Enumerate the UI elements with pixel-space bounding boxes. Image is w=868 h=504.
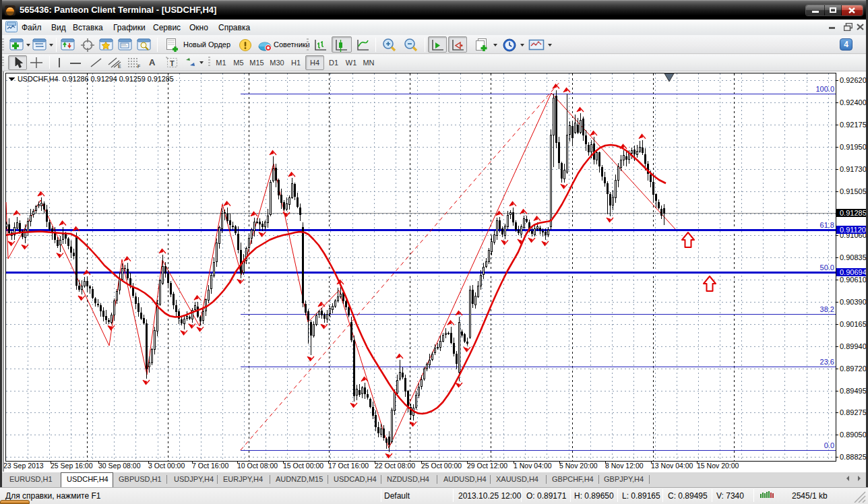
svg-text:25 Sep 16:00: 25 Sep 16:00 [51, 462, 93, 470]
svg-text:5 Nov 20:00: 5 Nov 20:00 [559, 462, 598, 470]
svg-text:0.90694: 0.90694 [840, 268, 867, 276]
svg-text:0.89495: 0.89495 [840, 387, 867, 395]
svg-text:38.2: 38.2 [820, 305, 834, 313]
svg-text:0.91730: 0.91730 [840, 165, 867, 173]
svg-text:25 Oct 00:00: 25 Oct 00:00 [421, 462, 462, 470]
svg-text:0.92400: 0.92400 [840, 98, 867, 106]
svg-text:13 Nov 04:00: 13 Nov 04:00 [651, 462, 693, 470]
svg-text:23 Sep 2013: 23 Sep 2013 [3, 462, 44, 470]
svg-text:0.89720: 0.89720 [840, 365, 867, 373]
svg-text:1 Nov 04:00: 1 Nov 04:00 [514, 462, 552, 470]
svg-text:23.6: 23.6 [820, 358, 834, 366]
svg-text:15 Oct 00:00: 15 Oct 00:00 [283, 462, 323, 470]
svg-text:10 Oct 08:00: 10 Oct 08:00 [237, 462, 278, 470]
svg-text:F: F [137, 64, 140, 69]
svg-text:100.0: 100.0 [815, 85, 834, 93]
svg-text:0.91505: 0.91505 [840, 187, 867, 195]
svg-text:29 Oct 12:00: 29 Oct 12:00 [467, 462, 507, 470]
svg-text:15 Nov 20:00: 15 Nov 20:00 [697, 462, 739, 470]
svg-text:0.91950: 0.91950 [840, 143, 867, 151]
svg-text:0.92620: 0.92620 [840, 76, 867, 84]
svg-text:0.90390: 0.90390 [840, 298, 867, 306]
svg-text:50.0: 50.0 [820, 263, 834, 272]
svg-text:0.88825: 0.88825 [840, 453, 867, 461]
svg-text:T: T [170, 59, 175, 67]
svg-text:30 Sep 08:00: 30 Sep 08:00 [98, 462, 141, 470]
svg-text:E: E [118, 64, 121, 69]
svg-text:0.89050: 0.89050 [840, 431, 867, 439]
svg-text:0.90835: 0.90835 [840, 253, 867, 261]
svg-text:0.90610: 0.90610 [840, 276, 867, 284]
svg-text:17 Oct 16:00: 17 Oct 16:00 [328, 462, 369, 470]
svg-text:0.0: 0.0 [824, 441, 834, 449]
svg-text:7 Oct 16:00: 7 Oct 16:00 [192, 462, 228, 470]
svg-text:22 Oct 08:00: 22 Oct 08:00 [375, 462, 415, 470]
svg-text:0.91285: 0.91285 [840, 209, 867, 217]
svg-text:61.8: 61.8 [820, 221, 834, 229]
svg-text:0.91120: 0.91120 [840, 226, 866, 234]
svg-text:8 Nov 12:00: 8 Nov 12:00 [605, 462, 644, 470]
svg-text:0.89275: 0.89275 [840, 408, 867, 416]
svg-text:0.92175: 0.92175 [840, 121, 867, 129]
svg-text:3 Oct 00:00: 3 Oct 00:00 [148, 462, 185, 470]
svg-text:USDCHF,H4 0.91286 0.91294 0.9: USDCHF,H4 0.91286 0.91294 0.91259 0.9128… [18, 75, 174, 83]
svg-text:0.89940: 0.89940 [840, 342, 867, 350]
svg-text:0.90165: 0.90165 [840, 320, 867, 328]
